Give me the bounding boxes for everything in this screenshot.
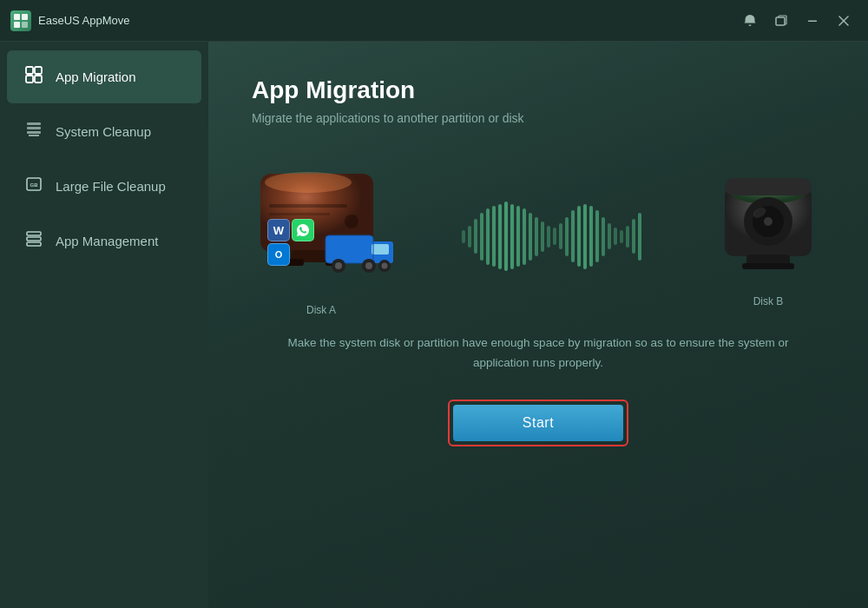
waveform-bar — [498, 204, 502, 269]
svg-rect-5 — [808, 20, 817, 22]
waveform-bar — [504, 202, 508, 271]
svg-rect-30 — [372, 244, 389, 254]
main-content: App Migration Migrate the applications t… — [208, 42, 868, 608]
waveform-bar — [638, 213, 641, 261]
svg-rect-11 — [35, 76, 42, 83]
svg-rect-42 — [742, 263, 794, 269]
waveform-bar — [547, 226, 550, 248]
waveform-bar — [535, 217, 538, 256]
disk-b-svg — [712, 165, 825, 287]
sidebar-label-system-cleanup: System Cleanup — [56, 124, 151, 139]
svg-rect-28 — [326, 235, 373, 263]
sidebar-item-app-management[interactable]: App Management — [7, 215, 201, 268]
app-title: EaseUS AppMove — [38, 14, 130, 27]
svg-point-35 — [365, 262, 372, 269]
waveform-bar — [516, 206, 520, 267]
sidebar: App Migration System Cleanup GB Large — [0, 42, 208, 608]
sidebar-item-large-file-cleanup[interactable]: GB Large File Cleanup — [7, 160, 201, 213]
system-cleanup-icon — [24, 121, 43, 142]
notification-button[interactable] — [736, 9, 764, 33]
waveform-bar — [486, 208, 490, 265]
svg-rect-13 — [27, 127, 41, 129]
disk-a-label: Disk A — [306, 304, 336, 316]
waveform-bar — [523, 208, 526, 265]
svg-text:GB: GB — [30, 182, 39, 188]
start-button-wrapper: Start — [448, 400, 628, 446]
waveform — [391, 202, 712, 271]
waveform-bar — [602, 217, 605, 256]
svg-rect-18 — [27, 237, 41, 241]
svg-point-37 — [382, 263, 388, 269]
sidebar-label-app-management: App Management — [56, 234, 158, 248]
waveform-bar — [626, 226, 629, 248]
svg-point-21 — [265, 172, 352, 193]
svg-point-33 — [335, 262, 342, 269]
waveform-bar — [571, 210, 575, 262]
minimize-button[interactable] — [799, 9, 826, 33]
waveform-bar — [468, 226, 471, 248]
app-icons-on-truck: W O — [267, 219, 314, 266]
window-controls — [736, 9, 858, 33]
svg-rect-3 — [22, 22, 28, 28]
start-button[interactable]: Start — [453, 405, 623, 441]
waveform-bar — [541, 221, 544, 252]
waveform-bar — [510, 204, 514, 269]
svg-rect-4 — [776, 17, 785, 25]
app-management-icon — [24, 230, 43, 252]
disk-a-container: W O Disk A — [252, 156, 391, 316]
disk-b-label: Disk B — [753, 295, 784, 307]
restore-button[interactable] — [767, 9, 795, 33]
word-icon: W — [267, 219, 290, 241]
large-file-cleanup-icon: GB — [24, 175, 43, 197]
waveform-bar — [595, 210, 599, 262]
disk-b-illustration — [712, 165, 825, 287]
waveform-bar — [492, 206, 496, 267]
sidebar-label-app-migration: App Migration — [56, 69, 136, 84]
waveform-bar — [462, 230, 465, 243]
waveform-bar — [577, 206, 581, 267]
svg-rect-0 — [14, 14, 20, 20]
waveform-bar — [553, 228, 556, 245]
outlook-icon: O — [267, 243, 290, 266]
waveform-bar — [583, 204, 587, 269]
title-bar: EaseUS AppMove — [0, 0, 868, 42]
sidebar-item-system-cleanup[interactable]: System Cleanup — [7, 105, 201, 158]
svg-rect-19 — [27, 242, 41, 246]
svg-rect-12 — [27, 122, 41, 125]
waveform-bar — [474, 219, 477, 254]
svg-rect-9 — [35, 67, 42, 74]
disk-b-container: Disk B — [712, 165, 825, 307]
sidebar-item-app-migration[interactable]: App Migration — [7, 50, 201, 103]
page-subtitle: Migrate the applications to another part… — [252, 111, 825, 125]
waveform-bar — [589, 206, 593, 267]
truck-svg — [321, 222, 399, 274]
app-migration-icon — [24, 66, 43, 88]
page-title: App Migration — [252, 76, 825, 104]
disk-a-illustration: W O — [252, 156, 391, 295]
sidebar-label-large-file-cleanup: Large File Cleanup — [56, 179, 166, 194]
waveform-bar — [620, 230, 623, 243]
waveform-bar — [614, 228, 617, 245]
svg-rect-25 — [269, 204, 347, 208]
svg-rect-40 — [725, 178, 812, 195]
page-header: App Migration Migrate the applications t… — [252, 76, 825, 125]
svg-rect-14 — [27, 131, 41, 134]
migration-visual: W O Disk A — [252, 156, 825, 316]
whatsapp-icon — [292, 219, 314, 241]
svg-rect-17 — [27, 232, 41, 235]
svg-rect-10 — [26, 76, 33, 83]
waveform-bar — [565, 217, 569, 256]
waveform-bar — [559, 223, 562, 249]
waveform-bar — [632, 219, 635, 254]
close-button[interactable] — [830, 9, 858, 33]
waveform-bar — [608, 223, 611, 249]
waveform-bar — [480, 213, 483, 261]
svg-rect-26 — [269, 213, 330, 215]
app-body: App Migration System Cleanup GB Large — [0, 42, 868, 608]
logo-icon — [10, 10, 31, 31]
svg-rect-8 — [26, 67, 33, 74]
svg-rect-2 — [14, 22, 20, 28]
svg-rect-1 — [22, 14, 28, 20]
waveform-bar — [529, 213, 532, 261]
app-logo: EaseUS AppMove — [10, 10, 130, 31]
